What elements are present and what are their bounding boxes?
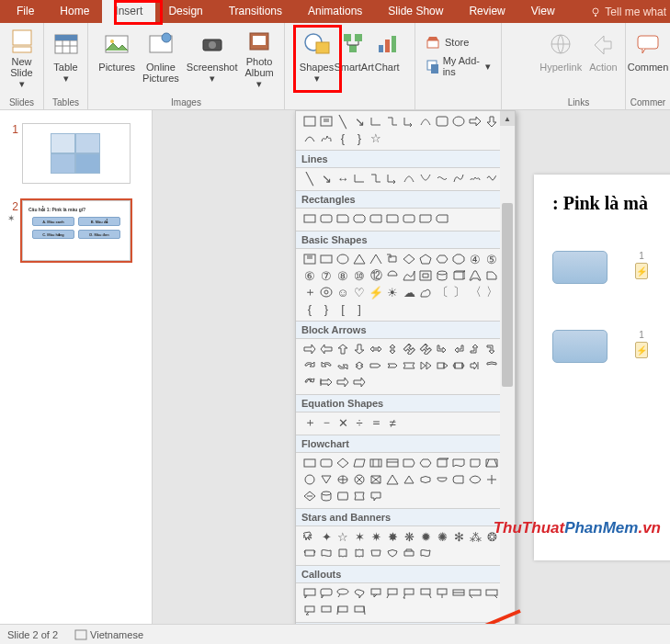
my-addins-button[interactable]: My Add-ins ▾ (420, 52, 496, 80)
flow-grid-shape-18[interactable] (401, 471, 417, 488)
basic-grid-shape-1[interactable] (318, 251, 335, 267)
eq-divide[interactable]: ÷ (351, 414, 368, 431)
block-grid-shape-2[interactable] (335, 341, 351, 357)
rect-9[interactable] (434, 210, 450, 227)
basic-grid-shape-29[interactable]: ☀ (384, 284, 401, 300)
callouts-grid-shape-14[interactable] (335, 602, 351, 618)
stars-grid-shape-4[interactable]: ✷ (368, 528, 384, 545)
block-grid-shape-21[interactable] (450, 357, 467, 374)
basic-grid-shape-12[interactable]: ⑥ (301, 267, 318, 284)
rect-1[interactable] (301, 210, 318, 227)
line-freeform[interactable] (450, 170, 467, 186)
basic-grid-shape-33[interactable]: 〕 (450, 284, 467, 300)
flow-grid-shape-13[interactable] (318, 471, 335, 488)
stars-grid-shape-18[interactable] (401, 545, 417, 561)
slide-canvas[interactable]: : Pink là mà 1 ⚡ 1 ⚡ (534, 175, 670, 560)
thumb-slide-2[interactable]: Câu hỏi 1: Pink là màu gì? A. Màu xanhB.… (22, 200, 131, 261)
callouts-grid-shape-11[interactable] (483, 585, 500, 602)
basic-grid-shape-23[interactable] (483, 267, 500, 284)
tab-review[interactable]: Review (456, 0, 517, 23)
callouts-grid-shape-0[interactable] (301, 585, 318, 602)
stars-grid-shape-5[interactable]: ✸ (384, 528, 401, 545)
pictures-button[interactable]: Pictures (95, 26, 139, 92)
tab-transitions[interactable]: Transitions (216, 0, 295, 23)
block-grid-shape-23[interactable] (483, 357, 500, 374)
stars-grid-shape-17[interactable] (384, 545, 401, 561)
smartart-button[interactable]: SmartArt (337, 26, 370, 92)
block-grid-shape-0[interactable] (301, 341, 318, 357)
basic-grid-shape-0[interactable] (301, 251, 318, 267)
callouts-grid-shape-12[interactable] (301, 602, 318, 618)
basic-grid-shape-28[interactable]: ⚡ (368, 284, 384, 300)
hyperlink-button[interactable]: Hyperlink (536, 26, 585, 92)
basic-grid-shape-21[interactable] (450, 267, 467, 284)
basic-grid-shape-24[interactable]: ＋ (301, 284, 318, 300)
line-curve1[interactable] (401, 170, 417, 186)
block-grid-shape-12[interactable] (301, 357, 318, 374)
eq-notequal[interactable]: ≠ (384, 414, 401, 431)
basic-grid-shape-22[interactable] (467, 267, 483, 284)
basic-grid-shape-10[interactable]: ④ (467, 251, 483, 267)
flow-grid-shape-7[interactable] (417, 455, 434, 471)
block-grid-shape-8[interactable] (434, 341, 450, 357)
flow-grid-shape-12[interactable] (301, 471, 318, 488)
dropdown-scrollbar[interactable]: ▲ ▼ (500, 111, 515, 624)
flow-grid-shape-21[interactable] (450, 471, 467, 488)
basic-grid-shape-36[interactable]: { (301, 300, 318, 317)
rect-7[interactable] (401, 210, 417, 227)
line-scribble2[interactable] (483, 170, 500, 186)
flow-grid-shape-1[interactable] (318, 455, 335, 471)
answer-button-c[interactable] (552, 330, 608, 363)
comment-button[interactable]: Commen (624, 26, 670, 92)
flow-grid-shape-11[interactable] (483, 455, 500, 471)
stars-grid-shape-3[interactable]: ✶ (351, 528, 368, 545)
callouts-grid-shape-7[interactable] (417, 585, 434, 602)
line-elbow-arrow[interactable] (368, 170, 384, 186)
flow-grid-shape-3[interactable] (351, 455, 368, 471)
tab-design[interactable]: Design (155, 0, 215, 23)
basic-grid-shape-3[interactable] (351, 251, 368, 267)
scroll-up-icon[interactable]: ▲ (500, 111, 515, 126)
new-slide-button[interactable]: New Slide▾ (6, 26, 39, 92)
basic-grid-shape-38[interactable]: [ (335, 300, 351, 317)
block-grid-shape-15[interactable] (351, 357, 368, 374)
basic-grid-shape-5[interactable] (384, 251, 401, 267)
block-grid-shape-1[interactable] (318, 341, 335, 357)
block-grid-shape-10[interactable] (467, 341, 483, 357)
shape-elbow-arrow[interactable] (401, 113, 417, 130)
store-button[interactable]: Store (420, 32, 474, 52)
shape-lbrace[interactable]: { (335, 130, 351, 146)
basic-grid-shape-11[interactable]: ⑤ (483, 251, 500, 267)
flow-grid-shape-14[interactable] (335, 471, 351, 488)
rect-6[interactable] (384, 210, 401, 227)
flow-grid-shape-26[interactable] (335, 488, 351, 504)
basic-grid-shape-32[interactable]: 〔 (434, 284, 450, 300)
shape-textbox[interactable] (318, 113, 335, 130)
eq-equals[interactable]: ＝ (368, 414, 384, 431)
block-grid-shape-26[interactable] (335, 374, 351, 390)
tell-me[interactable]: Tell me what (590, 6, 666, 18)
thumb-slide-1[interactable] (22, 123, 131, 184)
rect-3[interactable] (335, 210, 351, 227)
slide-editor[interactable]: : Pink là mà 1 ⚡ 1 ⚡ ╲ ↘ (153, 110, 670, 624)
stars-grid-shape-12[interactable] (301, 545, 318, 561)
stars-grid-shape-0[interactable] (301, 528, 318, 545)
block-grid-shape-16[interactable] (368, 357, 384, 374)
scroll-thumb[interactable] (502, 203, 513, 387)
action-button[interactable]: Action (585, 26, 621, 92)
basic-grid-shape-2[interactable] (335, 251, 351, 267)
flow-grid-shape-25[interactable] (318, 488, 335, 504)
line-elbow[interactable] (351, 170, 368, 186)
shape-z-connector[interactable] (384, 113, 401, 130)
shape-freeform[interactable] (318, 130, 335, 146)
basic-grid-shape-26[interactable]: ☺ (335, 284, 351, 300)
flow-grid-shape-17[interactable] (384, 471, 401, 488)
basic-grid-shape-34[interactable]: 〈 (467, 284, 483, 300)
basic-grid-shape-39[interactable]: ] (351, 300, 368, 317)
tab-animations[interactable]: Animations (295, 0, 375, 23)
basic-grid-shape-8[interactable] (434, 251, 450, 267)
line-double-arrow[interactable]: ↔ (335, 170, 351, 186)
block-grid-shape-6[interactable] (401, 341, 417, 357)
block-grid-shape-14[interactable] (335, 357, 351, 374)
eq-minus[interactable]: － (318, 414, 335, 431)
